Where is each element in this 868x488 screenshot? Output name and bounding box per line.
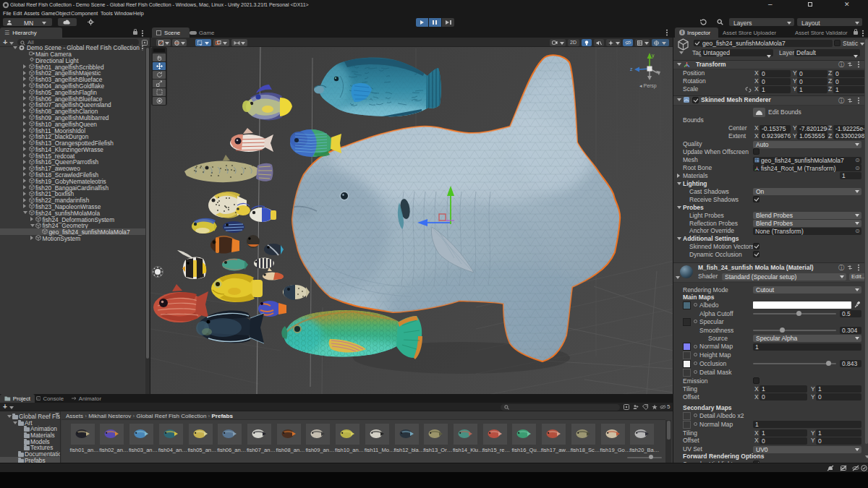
svg-text:y: y (652, 53, 655, 59)
svg-text:z: z (630, 67, 633, 72)
svg-text:◂ Persp: ◂ Persp (639, 83, 657, 89)
